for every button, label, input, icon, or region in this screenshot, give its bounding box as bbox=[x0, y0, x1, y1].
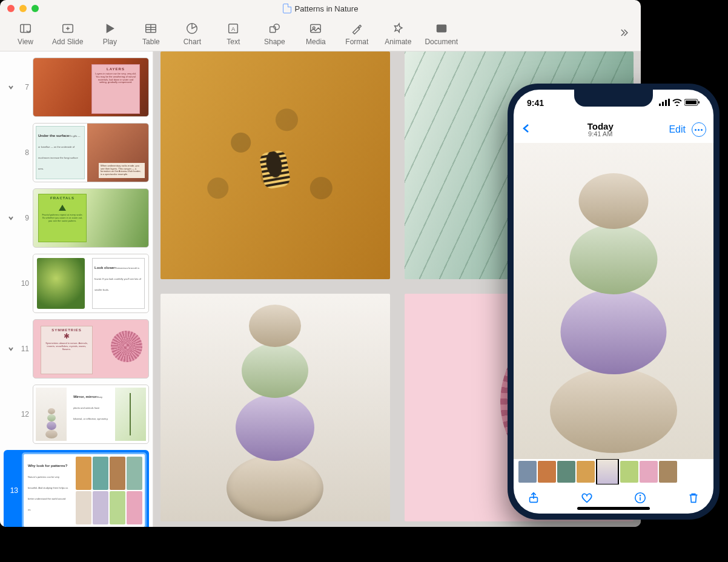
home-indicator[interactable] bbox=[577, 507, 650, 510]
svg-point-27 bbox=[640, 495, 640, 496]
table-icon bbox=[144, 22, 157, 35]
chevron-down-icon[interactable] bbox=[7, 345, 15, 352]
photo-thumbnail-strip[interactable] bbox=[514, 459, 713, 484]
animate-icon bbox=[391, 22, 405, 35]
view-button[interactable]: View bbox=[11, 22, 40, 46]
svg-rect-23 bbox=[686, 101, 697, 104]
play-button[interactable]: Play bbox=[95, 22, 124, 46]
zoom-window-button[interactable] bbox=[31, 5, 39, 12]
slide-number: 7 bbox=[18, 83, 29, 91]
chevron-down-icon[interactable] bbox=[7, 84, 15, 91]
slide-thumbnail-13[interactable]: 13 Why look for patterns?Nature's patter… bbox=[4, 450, 149, 527]
table-label: Table bbox=[142, 38, 160, 46]
toolbar-overflow-button[interactable] bbox=[618, 27, 630, 41]
svg-rect-21 bbox=[668, 99, 670, 106]
photos-nav-bar: Today 9:41 AM Edit bbox=[514, 116, 713, 143]
view-label: View bbox=[18, 38, 33, 46]
add-slide-button[interactable]: Add Slide bbox=[52, 22, 83, 46]
animate-button[interactable]: Animate bbox=[383, 22, 412, 46]
svg-rect-19 bbox=[662, 102, 664, 106]
svg-rect-13 bbox=[270, 27, 276, 32]
slide-navigator[interactable]: 7 LAYERSLayers in nature can be very, ve… bbox=[0, 51, 153, 527]
chart-label: Chart bbox=[184, 38, 201, 46]
titlebar: Patterns in Nature bbox=[0, 0, 641, 17]
favorite-button[interactable] bbox=[580, 491, 594, 507]
slide-thumbnail-10[interactable]: 10 Look closerRomanesco broccoli is frac… bbox=[4, 254, 149, 313]
thumb-heading: Mirror, mirror bbox=[73, 395, 96, 398]
svg-rect-18 bbox=[659, 104, 661, 106]
main-toolbar: View Add Slide Play Table Chart A Text bbox=[0, 17, 641, 51]
document-icon bbox=[435, 22, 448, 35]
slide-thumbnail-9[interactable]: 9 FRACTALSFractal patterns repeat at eve… bbox=[4, 188, 149, 248]
battery-icon bbox=[684, 98, 700, 108]
slide-number: 8 bbox=[18, 148, 29, 157]
slide-image-honeycomb[interactable] bbox=[160, 51, 390, 279]
svg-marker-5 bbox=[107, 25, 114, 33]
status-time: 9:41 bbox=[527, 98, 544, 108]
thumb-heading: Look closer bbox=[94, 266, 115, 269]
info-button[interactable] bbox=[634, 491, 647, 507]
svg-rect-20 bbox=[665, 100, 667, 106]
text-label: Text bbox=[227, 38, 240, 46]
thumb-heading: FRACTALS bbox=[50, 196, 74, 200]
svg-text:A: A bbox=[231, 26, 236, 32]
document-label: Document bbox=[425, 38, 458, 46]
media-icon bbox=[309, 22, 322, 35]
cellular-icon bbox=[659, 98, 670, 108]
delete-button[interactable] bbox=[687, 491, 700, 507]
chevron-down-icon[interactable] bbox=[7, 214, 15, 222]
slide-number: 11 bbox=[18, 345, 29, 353]
window-controls bbox=[7, 5, 39, 12]
edit-button[interactable]: Edit bbox=[669, 124, 686, 135]
photo-viewer[interactable] bbox=[514, 143, 713, 459]
thumb-heading: Why look for patterns? bbox=[28, 464, 67, 468]
share-button[interactable] bbox=[527, 491, 540, 507]
slide-number: 10 bbox=[18, 279, 29, 288]
notch bbox=[574, 90, 653, 107]
document-button[interactable]: Document bbox=[425, 22, 458, 46]
back-button[interactable] bbox=[521, 123, 532, 136]
more-options-button[interactable] bbox=[692, 122, 706, 137]
format-icon bbox=[350, 22, 363, 35]
slide-number: 9 bbox=[18, 214, 29, 222]
svg-rect-24 bbox=[698, 101, 700, 104]
view-icon bbox=[19, 22, 32, 35]
chart-icon bbox=[185, 22, 199, 35]
add-slide-label: Add Slide bbox=[52, 38, 83, 46]
slide-thumbnail-8[interactable]: 8 Under the surfaceOn gills — or lamella… bbox=[4, 123, 149, 182]
format-label: Format bbox=[345, 38, 368, 46]
window-title: Patterns in Nature bbox=[295, 4, 359, 13]
photos-subtitle: 9:41 AM bbox=[587, 131, 614, 137]
play-label: Play bbox=[103, 38, 117, 46]
slide-number: 12 bbox=[18, 410, 29, 418]
shape-button[interactable]: Shape bbox=[260, 22, 289, 46]
shape-label: Shape bbox=[264, 38, 285, 46]
slide-thumbnail-12[interactable]: 12 Mirror, mirrorMany plants and animals… bbox=[4, 385, 149, 444]
wifi-icon bbox=[672, 98, 682, 108]
iphone-screen: 9:41 Today 9:41 AM Edit bbox=[514, 90, 713, 514]
slide-number: 13 bbox=[7, 486, 18, 495]
thumb-heading: Under the surface bbox=[38, 134, 69, 137]
minimize-window-button[interactable] bbox=[19, 5, 27, 12]
close-window-button[interactable] bbox=[7, 5, 15, 12]
slide-thumbnail-7[interactable]: 7 LAYERSLayers in nature can be very, ve… bbox=[4, 58, 149, 117]
table-button[interactable]: Table bbox=[136, 22, 165, 46]
media-button[interactable]: Media bbox=[301, 22, 330, 46]
text-button[interactable]: A Text bbox=[219, 22, 248, 46]
format-button[interactable]: Format bbox=[342, 22, 371, 46]
document-icon bbox=[283, 4, 291, 13]
slide-thumbnail-11[interactable]: 11 SYMMETRIES✱Symmetries abound in natur… bbox=[4, 319, 149, 379]
media-label: Media bbox=[306, 38, 326, 46]
animate-label: Animate bbox=[385, 38, 411, 46]
add-slide-icon bbox=[61, 22, 74, 35]
thumb-heading: LAYERS bbox=[107, 67, 125, 71]
text-icon: A bbox=[227, 22, 240, 35]
slide-image-sea-urchins[interactable] bbox=[160, 294, 390, 521]
chart-button[interactable]: Chart bbox=[177, 22, 207, 46]
shape-icon bbox=[268, 22, 281, 35]
play-icon bbox=[103, 22, 116, 35]
iphone-device: 9:41 Today 9:41 AM Edit bbox=[508, 84, 720, 520]
svg-rect-17 bbox=[436, 25, 446, 33]
